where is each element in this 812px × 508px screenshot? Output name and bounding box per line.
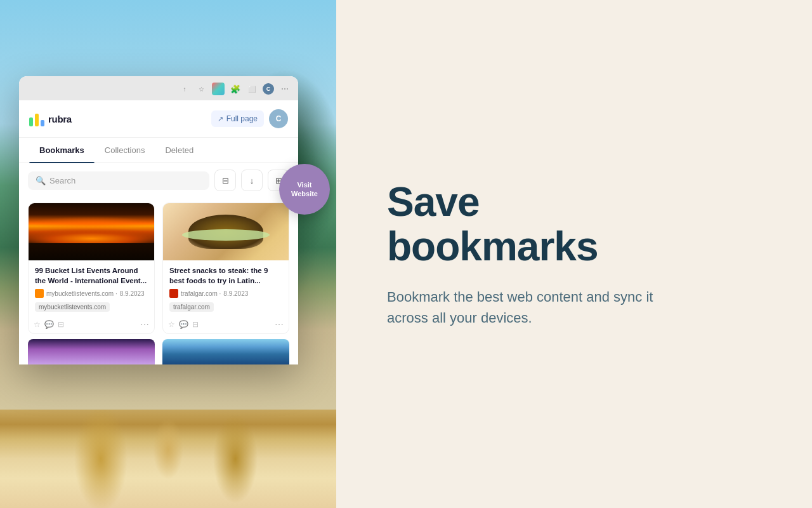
share-icon-1[interactable]: ⊟	[58, 320, 64, 329]
tab-collections[interactable]: Collections	[95, 138, 155, 163]
card-actions-1: ☆ 💬 ⊟ ⋯	[29, 317, 154, 333]
card-tag-1: mybucketlistevents.com	[35, 302, 110, 312]
logo-bar-green	[29, 117, 33, 126]
comment-icon-2[interactable]: 💬	[179, 320, 188, 329]
tab-bookmarks[interactable]: Bookmarks	[29, 138, 95, 163]
sort-icon: ↓	[250, 176, 254, 185]
app-content: rubra ↗ Full page C Bookmarks Collection…	[19, 100, 298, 364]
expand-icon: ↗	[218, 115, 223, 123]
card-tag-2: trafalgar.com	[169, 302, 214, 312]
cards-grid-partial	[19, 339, 298, 364]
card-info-1: 99 Bucket List Events Around the World -…	[29, 260, 154, 317]
app-header: rubra ↗ Full page C	[19, 100, 298, 138]
app-logo: rubra	[29, 111, 72, 126]
card-image-2	[163, 203, 289, 260]
card-date-1: 8.9.2023	[120, 290, 145, 297]
avatar-button[interactable]: C	[269, 109, 288, 128]
more-icon-1[interactable]: ⋯	[140, 319, 149, 330]
card-title-1: 99 Bucket List Events Around the World -…	[35, 265, 148, 286]
logo-bar-yellow	[35, 114, 39, 126]
logo-text: rubra	[48, 114, 72, 124]
interior-background	[0, 410, 336, 508]
hero-title-line1: Save	[387, 179, 479, 225]
cards-grid: 99 Bucket List Events Around the World -…	[19, 197, 298, 339]
filter-icon: ⊟	[222, 176, 229, 185]
bookmark-card-2[interactable]: Street snacks to steak: the 9 best foods…	[162, 203, 289, 334]
rubra-extension-icon[interactable]	[212, 83, 225, 95]
window-icon[interactable]: ⬜	[246, 83, 258, 95]
card-source-1: mybucketlistevents.com ·	[46, 290, 117, 297]
browser-window: ↑ ☆ 🧩 ⬜ C ⋯ rubra	[19, 76, 298, 364]
tabs-bar: Bookmarks Collections Deleted	[19, 138, 298, 163]
partial-card-4	[162, 339, 289, 364]
search-icon: 🔍	[36, 176, 46, 185]
favicon-1	[35, 289, 44, 298]
left-panel: ↑ ☆ 🧩 ⬜ C ⋯ rubra	[0, 0, 336, 508]
card-source-2: trafalgar.com ·	[181, 290, 221, 297]
hero-subtitle: Bookmark the best web content and sync i…	[387, 286, 691, 328]
hero-title: Save bookmarks	[387, 180, 761, 269]
logo-bar-blue	[41, 120, 44, 126]
favicon-2	[169, 289, 178, 298]
tab-deleted[interactable]: Deleted	[155, 138, 204, 163]
visit-website-button[interactable]: VisitWebsite	[279, 164, 330, 215]
bookmark-star-icon[interactable]: ☆	[195, 83, 207, 95]
card-actions-2: ☆ 💬 ⊟ ⋯	[163, 317, 289, 333]
partial-card-3	[28, 339, 155, 364]
comment-icon-1[interactable]: 💬	[44, 320, 54, 329]
browser-controls: ↑ ☆ 🧩 ⬜ C ⋯	[27, 83, 291, 100]
puzzle-icon[interactable]: 🧩	[230, 83, 241, 95]
profile-icon[interactable]: C	[263, 83, 274, 95]
bookmark-card-1[interactable]: 99 Bucket List Events Around the World -…	[28, 203, 155, 334]
search-placeholder: Search	[49, 176, 75, 185]
more-icon-2[interactable]: ⋯	[275, 319, 284, 330]
star-icon-2[interactable]: ☆	[168, 320, 175, 329]
sort-button[interactable]: ↓	[241, 170, 263, 191]
share-icon-2[interactable]: ⊟	[192, 320, 199, 329]
card-info-2: Street snacks to steak: the 9 best foods…	[163, 260, 289, 317]
card-meta-1: mybucketlistevents.com · 8.9.2023	[35, 289, 148, 298]
card-image-1	[29, 203, 154, 260]
card-meta-2: trafalgar.com · 8.9.2023	[169, 289, 282, 298]
header-actions: ↗ Full page C	[211, 109, 288, 128]
full-page-button[interactable]: ↗ Full page	[211, 110, 264, 127]
card-title-2: Street snacks to steak: the 9 best foods…	[169, 265, 282, 286]
star-icon-1[interactable]: ☆	[34, 320, 41, 329]
full-page-label: Full page	[226, 114, 258, 123]
share-icon[interactable]: ↑	[179, 83, 190, 95]
search-box[interactable]: 🔍 Search	[28, 171, 209, 190]
toolbar: 🔍 Search ⊟ ↓ ⊞	[19, 163, 298, 197]
filter-button[interactable]: ⊟	[214, 170, 236, 191]
card-date-2: 8.9.2023	[223, 290, 248, 297]
more-icon[interactable]: ⋯	[279, 83, 291, 95]
browser-chrome: ↑ ☆ 🧩 ⬜ C ⋯	[19, 76, 298, 100]
hero-title-line2: bookmarks	[387, 224, 598, 269]
visit-website-label: VisitWebsite	[291, 180, 318, 199]
logo-icon	[29, 111, 44, 126]
right-panel: Save bookmarks Bookmark the best web con…	[336, 0, 812, 508]
